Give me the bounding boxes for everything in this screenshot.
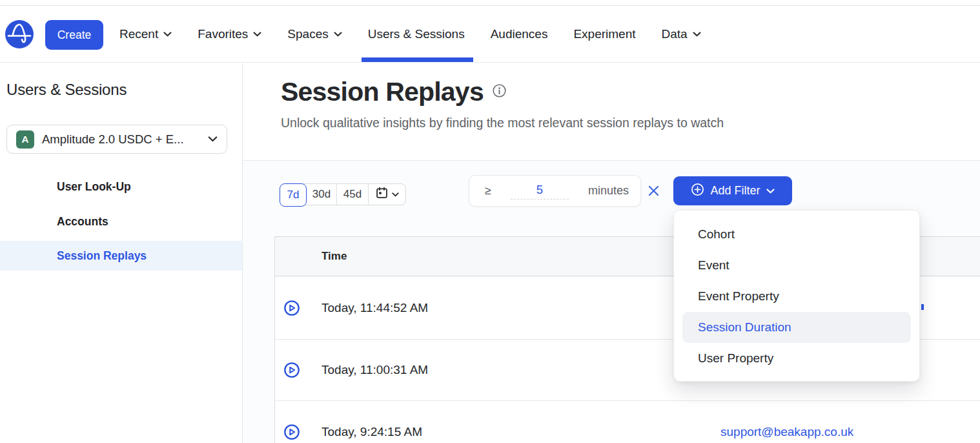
- gte-operator[interactable]: ≥: [485, 184, 491, 198]
- play-replay-icon[interactable]: [283, 424, 300, 440]
- sidebar-item-user-look-up[interactable]: User Look-Up: [0, 171, 242, 202]
- add-filter-button[interactable]: Add Filter: [673, 176, 792, 205]
- sidebar-item-accounts[interactable]: Accounts: [0, 206, 242, 237]
- project-name: Amplitude 2.0 USDC + E...: [42, 132, 200, 147]
- replay-time: Today, 9:24:15 AM: [322, 425, 422, 439]
- range-7d-button[interactable]: 7d: [280, 183, 307, 207]
- project-selector[interactable]: A Amplitude 2.0 USDC + E...: [6, 125, 227, 154]
- chevron-down-icon: [392, 192, 399, 197]
- header-divider: [243, 160, 980, 161]
- top-nav-bar: Create Recent Favorites Spaces Users & S…: [0, 6, 980, 63]
- info-icon[interactable]: [492, 83, 507, 101]
- chevron-down-icon: [163, 32, 172, 37]
- sidebar: Users & Sessions A Amplitude 2.0 USDC + …: [0, 63, 243, 443]
- replay-time: Today, 11:44:52 AM: [322, 301, 428, 315]
- duration-unit-label: minutes: [588, 184, 629, 198]
- date-range-control: 7d 30d 45d: [280, 183, 406, 205]
- nav-item-experiment[interactable]: Experiment: [573, 6, 635, 62]
- custom-date-range-button[interactable]: [368, 184, 405, 205]
- nav-item-favorites[interactable]: Favorites: [198, 6, 261, 62]
- column-header-time: Time: [275, 250, 347, 263]
- chevron-down-icon: [693, 32, 701, 37]
- play-replay-icon[interactable]: [283, 300, 300, 316]
- plus-circle-icon: [691, 183, 704, 200]
- sidebar-item-session-replays[interactable]: Session Replays: [0, 241, 242, 271]
- amplitude-logo-icon[interactable]: [5, 20, 34, 48]
- sidebar-title: Users & Sessions: [6, 81, 127, 99]
- range-30d-button[interactable]: 30d: [307, 184, 336, 205]
- create-button[interactable]: Create: [45, 20, 103, 50]
- dropdown-item-user-property[interactable]: User Property: [674, 343, 919, 374]
- user-email-link[interactable]: support@beakapp.co.uk: [720, 425, 853, 439]
- dropdown-item-event[interactable]: Event: [674, 250, 919, 281]
- page-title: Session Replays: [281, 77, 484, 107]
- project-badge: A: [16, 130, 34, 149]
- add-filter-dropdown: Cohort Event Event Property Session Dura…: [673, 210, 920, 382]
- dropdown-item-cohort[interactable]: Cohort: [674, 219, 919, 250]
- duration-value-input[interactable]: 5: [511, 183, 569, 200]
- active-tab-underline: [362, 57, 473, 62]
- table-row[interactable]: Today, 9:24:15 AM support@beakapp.co.uk: [275, 401, 980, 443]
- replay-time: Today, 11:00:31 AM: [322, 363, 428, 377]
- nav-item-users-sessions[interactable]: Users & Sessions: [368, 6, 465, 62]
- nav-item-data[interactable]: Data: [662, 6, 701, 62]
- truncated-user-link-fragment: [921, 304, 924, 310]
- range-45d-button[interactable]: 45d: [336, 184, 368, 205]
- nav-item-audiences[interactable]: Audiences: [491, 6, 548, 62]
- nav-item-recent[interactable]: Recent: [119, 6, 172, 62]
- dropdown-item-session-duration[interactable]: Session Duration: [682, 312, 911, 343]
- calendar-icon: [375, 186, 389, 203]
- chevron-down-icon: [253, 32, 261, 37]
- primary-nav: Recent Favorites Spaces Users & Sessions…: [119, 6, 701, 62]
- chevron-down-icon: [766, 189, 775, 194]
- remove-filter-icon[interactable]: [648, 185, 659, 196]
- dropdown-item-event-property[interactable]: Event Property: [674, 281, 919, 312]
- page-subtitle: Unlock qualitative insights by finding t…: [281, 116, 724, 130]
- play-replay-icon[interactable]: [283, 362, 300, 378]
- page-header: Session Replays Unlock qualitative insig…: [281, 77, 724, 130]
- chevron-down-icon: [208, 136, 218, 142]
- session-duration-filter: ≥ 5 minutes: [469, 175, 641, 207]
- nav-item-spaces[interactable]: Spaces: [287, 6, 342, 62]
- chevron-down-icon: [334, 32, 342, 37]
